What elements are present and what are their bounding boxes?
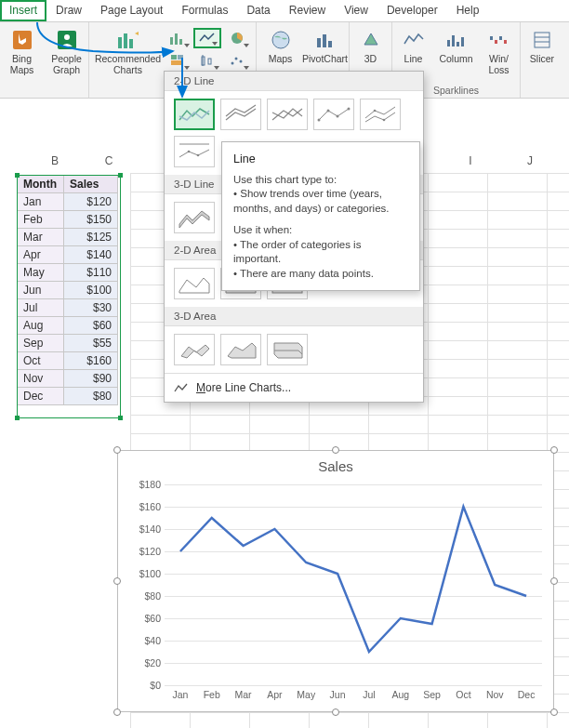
- cell-value[interactable]: $100: [64, 282, 118, 299]
- svg-rect-36: [535, 33, 549, 47]
- table-row[interactable]: Jul$30: [18, 299, 118, 317]
- tab-draw[interactable]: Draw: [46, 0, 91, 21]
- table-header-month[interactable]: Month: [18, 176, 64, 193]
- table-row[interactable]: Apr$140: [18, 246, 118, 264]
- chart-column-dropdown[interactable]: [164, 28, 192, 48]
- cell-month[interactable]: Oct: [18, 352, 64, 370]
- people-graph-button[interactable]: People Graph: [46, 26, 88, 75]
- cell-value[interactable]: $140: [64, 246, 118, 264]
- sparkline-line-button[interactable]: Line: [394, 26, 433, 75]
- chart-type-area[interactable]: [174, 268, 215, 299]
- x-axis-label: Apr: [267, 689, 282, 700]
- table-row[interactable]: Dec$80: [18, 388, 118, 405]
- bing-maps-button[interactable]: Bing Maps: [1, 26, 44, 75]
- tab-help[interactable]: Help: [447, 0, 489, 21]
- table-header-sales[interactable]: Sales: [64, 176, 118, 193]
- cell-month[interactable]: Mar: [18, 229, 64, 246]
- colhdr-j[interactable]: J: [502, 154, 558, 171]
- cell-month[interactable]: Aug: [18, 317, 64, 335]
- chart-type-3d-100-stacked-area[interactable]: [267, 334, 308, 365]
- colhdr-b[interactable]: B: [32, 154, 78, 171]
- chart-type-line[interactable]: [174, 99, 215, 130]
- cell-month[interactable]: Jun: [18, 282, 64, 299]
- chart-title[interactable]: Sales: [118, 451, 553, 478]
- table-row[interactable]: Sep$55: [18, 335, 118, 352]
- table-row[interactable]: Aug$60: [18, 317, 118, 335]
- cell-value[interactable]: $90: [64, 370, 118, 388]
- tab-data[interactable]: Data: [237, 0, 279, 21]
- cell-value[interactable]: $120: [64, 193, 118, 211]
- cell-month[interactable]: Sep: [18, 335, 64, 352]
- sparkline-winloss-button[interactable]: Win/ Loss: [480, 26, 519, 75]
- sparkline-column-button[interactable]: Column: [435, 26, 478, 75]
- chart-statistic-dropdown[interactable]: [193, 50, 221, 71]
- 3d-map-button[interactable]: 3D: [350, 26, 392, 65]
- table-row[interactable]: Oct$160: [18, 352, 118, 370]
- sparkline-line-icon: [402, 28, 426, 52]
- cell-month[interactable]: Jan: [18, 193, 64, 211]
- chart-type-stacked-line[interactable]: [220, 99, 261, 130]
- chart-type-3d-line[interactable]: [174, 202, 215, 233]
- svg-rect-29: [452, 35, 455, 46]
- chart-scatter-dropdown[interactable]: [223, 50, 251, 71]
- pivotchart-label: PivotChart: [302, 54, 348, 65]
- svg-point-24: [272, 32, 289, 48]
- table-row[interactable]: Jun$100: [18, 282, 118, 299]
- svg-point-41: [337, 115, 339, 118]
- table-row[interactable]: Feb$150: [18, 211, 118, 229]
- chart-type-100-stacked-line[interactable]: [267, 99, 308, 130]
- data-table[interactable]: Month Sales Jan$120Feb$150Mar$125Apr$140…: [17, 175, 118, 405]
- table-row[interactable]: Jan$120: [18, 193, 118, 211]
- cell-value[interactable]: $150: [64, 211, 118, 229]
- chart-hierarchy-dropdown[interactable]: [164, 50, 192, 71]
- chart-line-series[interactable]: [165, 484, 542, 685]
- chart-type-line-markers[interactable]: [313, 99, 354, 130]
- sparkline-column-label: Column: [439, 54, 472, 65]
- cell-month[interactable]: Nov: [18, 370, 64, 388]
- recommended-charts-button[interactable]: Recommended Charts: [95, 26, 162, 75]
- svg-rect-3: [118, 37, 122, 48]
- pivotchart-button[interactable]: PivotChart: [304, 26, 347, 65]
- tab-view[interactable]: View: [335, 0, 377, 21]
- cell-value[interactable]: $110: [64, 264, 118, 282]
- colhdr-i[interactable]: I: [443, 154, 498, 171]
- tab-review[interactable]: Review: [280, 0, 335, 21]
- x-axis-label: May: [297, 689, 315, 700]
- cell-value[interactable]: $125: [64, 229, 118, 246]
- chart-line-dropdown[interactable]: [193, 28, 221, 48]
- chart-plot-area[interactable]: $0$20$40$60$80$100$120$140$160$180JanFeb…: [165, 484, 542, 685]
- tab-developer[interactable]: Developer: [377, 0, 447, 21]
- table-row[interactable]: May$110: [18, 264, 118, 282]
- tab-insert[interactable]: Insert: [0, 0, 46, 21]
- cell-month[interactable]: Jul: [18, 299, 64, 317]
- cell-month[interactable]: Apr: [18, 246, 64, 264]
- cell-value[interactable]: $80: [64, 388, 118, 405]
- chart-type-3d-stacked-area[interactable]: [220, 334, 261, 365]
- svg-point-18: [239, 60, 242, 63]
- cell-month[interactable]: Feb: [18, 211, 64, 229]
- chart-pie-dropdown[interactable]: [223, 28, 251, 48]
- chart-type-stacked-line-markers[interactable]: [360, 99, 401, 130]
- dropdown-section-3d-area: 3-D Area: [165, 307, 423, 326]
- people-graph-icon: [55, 28, 79, 52]
- table-row[interactable]: Mar$125: [18, 229, 118, 246]
- table-row[interactable]: Nov$90: [18, 370, 118, 388]
- tab-page-layout[interactable]: Page Layout: [91, 0, 172, 21]
- chart-type-3d-area[interactable]: [174, 334, 215, 365]
- bing-maps-label: Bing Maps: [1, 54, 44, 75]
- tab-formulas[interactable]: Formulas: [172, 0, 237, 21]
- cell-month[interactable]: Dec: [18, 388, 64, 405]
- colhdr-c[interactable]: C: [82, 154, 136, 171]
- cell-value[interactable]: $55: [64, 335, 118, 352]
- cell-month[interactable]: May: [18, 264, 64, 282]
- cell-value[interactable]: $160: [64, 352, 118, 370]
- cell-value[interactable]: $60: [64, 317, 118, 335]
- embedded-chart[interactable]: Sales $0$20$40$60$80$100$120$140$160$180…: [117, 450, 554, 712]
- maps-button[interactable]: Maps: [259, 26, 302, 65]
- more-line-charts[interactable]: MMore Line Charts...ore Line Charts...: [165, 373, 423, 402]
- slicer-button[interactable]: Slicer: [521, 26, 563, 65]
- cell-value[interactable]: $30: [64, 299, 118, 317]
- svg-rect-32: [490, 36, 493, 40]
- svg-rect-33: [495, 40, 497, 44]
- chart-type-100-stacked-line-markers[interactable]: [174, 136, 215, 167]
